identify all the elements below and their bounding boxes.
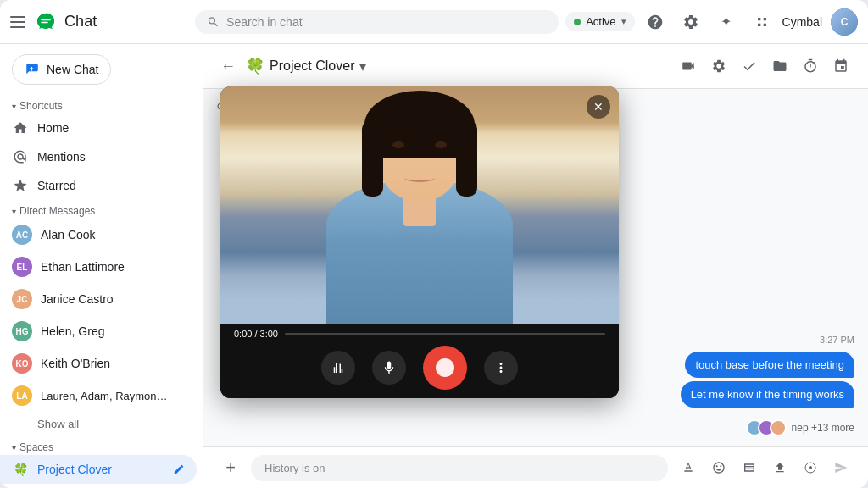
apps-grid-button[interactable] (747, 7, 777, 37)
input-area: + History is on (203, 446, 868, 488)
search-icon (207, 15, 220, 29)
video-frame: ✕ (220, 86, 619, 324)
new-chat-button[interactable]: New Chat (12, 54, 111, 85)
mention-icon (12, 148, 29, 165)
sidebar-item-helen[interactable]: HG Helen, Greg (0, 315, 197, 347)
upload-button[interactable] (766, 454, 793, 481)
alan-label: Alan Cook (41, 228, 96, 241)
menu-icon[interactable] (10, 14, 27, 30)
user-avatar[interactable]: C (831, 8, 858, 36)
calendar-button[interactable] (827, 53, 854, 80)
search-chat-button[interactable] (705, 53, 732, 80)
message-bubble-1: touch base before the meeting (685, 352, 854, 378)
search-input[interactable] (226, 15, 547, 29)
ethan-avatar: EL (12, 257, 32, 277)
message-row-1: touch base before the meeting (685, 352, 854, 378)
eye-left (392, 141, 404, 148)
starred-label: Starred (37, 179, 76, 192)
ethan-label: Ethan Lattimore (41, 260, 125, 274)
participant-avatar-3 (770, 419, 787, 436)
emoji-button[interactable] (705, 454, 732, 481)
participants-label: nep +13 more (792, 422, 854, 434)
message-input-container[interactable]: History is on (251, 455, 668, 481)
dm-section-label[interactable]: ▾ Direct Messages (0, 200, 203, 219)
star-icon (12, 177, 29, 194)
show-all-dm-label: Show all (37, 418, 79, 430)
spaces-label[interactable]: ▾ Spaces (0, 436, 203, 455)
sidebar-item-mentions[interactable]: Mentions (0, 142, 197, 171)
sidebar-item-keith[interactable]: KO Keith O'Brien (0, 347, 197, 380)
back-button[interactable]: ← (217, 54, 239, 79)
project-clover-label: Project Clover (37, 463, 112, 476)
video-controls: 0:00 / 3:00 (220, 324, 619, 398)
video-progress-bar: 0:00 / 3:00 (234, 329, 605, 339)
video-overlay: ✕ 0:00 / 3:00 (220, 86, 619, 398)
help-button[interactable] (640, 7, 670, 37)
sidebar-item-alan[interactable]: AC Alan Cook (0, 219, 197, 251)
sidebar-item-project-clover[interactable]: 🍀 Project Clover (0, 455, 197, 484)
dm-text: Direct Messages (19, 205, 95, 217)
input-placeholder: History is on (264, 462, 326, 474)
keith-avatar: KO (12, 353, 32, 374)
message-row-2: Let me know if the timing works (681, 381, 854, 408)
send-button[interactable] (827, 454, 854, 481)
status-dot (574, 19, 581, 25)
chat-title: Project Clover (270, 58, 354, 74)
settings-button[interactable] (676, 7, 706, 37)
message-bubble-2: Let me know if the timing works (681, 381, 854, 408)
sidebar-item-home[interactable]: Home (0, 114, 197, 142)
janice-label: Janice Castro (41, 292, 114, 306)
sidebar-item-global-sales[interactable]: GS Global Sales (0, 484, 197, 488)
eye-right (435, 141, 447, 148)
app-title: Chat (64, 13, 97, 30)
video-call-button[interactable] (675, 53, 702, 80)
helen-avatar: HG (12, 321, 32, 341)
layout-button[interactable] (736, 454, 763, 481)
topbar: Chat Active ▾ ✦ Cymbal (0, 0, 868, 44)
janice-avatar: JC (12, 289, 32, 309)
equalizer-button[interactable] (321, 351, 355, 385)
chat-title-area: 🍀 Project Clover ▾ (246, 57, 668, 75)
magic-button[interactable]: ✦ (711, 7, 742, 37)
video-close-button[interactable]: ✕ (587, 95, 610, 119)
shortcuts-label[interactable]: ▾ Shortcuts (0, 95, 203, 114)
microphone-button[interactable] (372, 351, 406, 385)
home-icon (12, 119, 29, 136)
lauren-avatar: LA (12, 385, 32, 406)
show-all-dm-button[interactable]: Show all (0, 412, 197, 436)
lauren-label: Lauren, Adam, Raymond, Christia... (41, 390, 168, 402)
status-label: Active (586, 15, 615, 28)
mentions-label: Mentions (37, 150, 86, 164)
add-button[interactable]: + (217, 454, 244, 481)
sidebar-item-starred[interactable]: Starred (0, 171, 197, 200)
sidebar-item-janice[interactable]: JC Janice Castro (0, 283, 197, 315)
hair-top (364, 91, 475, 158)
main-area: New Chat ▾ Shortcuts Home Mentions (0, 44, 868, 488)
status-pill[interactable]: Active ▾ (565, 12, 634, 31)
project-clover-icon: 🍀 (12, 461, 29, 478)
search-bar[interactable] (195, 10, 559, 34)
folder-button[interactable] (766, 53, 793, 80)
face (377, 103, 462, 201)
more-options-button[interactable] (484, 351, 518, 385)
check-button[interactable] (736, 53, 763, 80)
shortcuts-chevron: ▾ (12, 102, 16, 111)
timer-button[interactable] (797, 53, 824, 80)
person-container (220, 86, 619, 324)
video-buttons (234, 346, 605, 390)
sidebar-item-lauren[interactable]: LA Lauren, Adam, Raymond, Christia... (0, 380, 197, 412)
chat-title-chevron[interactable]: ▾ (359, 58, 366, 75)
keith-label: Keith O'Brien (41, 357, 110, 370)
format-button[interactable] (675, 454, 702, 481)
progress-track[interactable] (285, 333, 605, 336)
pencil-icon (173, 463, 185, 475)
status-chevron: ▾ (621, 16, 626, 27)
sidebar-item-ethan[interactable]: EL Ethan Lattimore (0, 251, 197, 283)
meet-button[interactable] (797, 454, 824, 481)
header-actions (675, 53, 854, 80)
shortcuts-text: Shortcuts (19, 100, 63, 112)
new-chat-label: New Chat (47, 63, 98, 76)
record-button[interactable] (423, 346, 467, 390)
app-container: Chat Active ▾ ✦ Cymbal (0, 0, 868, 488)
record-dot (436, 358, 454, 377)
